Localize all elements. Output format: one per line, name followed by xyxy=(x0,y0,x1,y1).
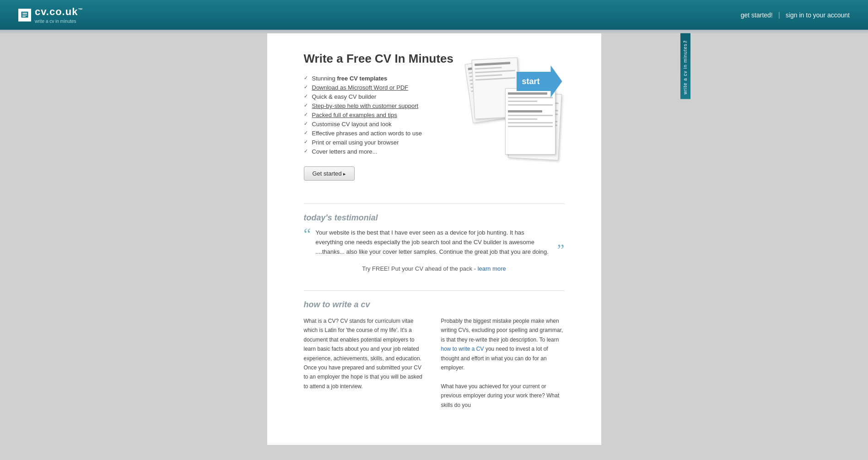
feature-underline: Packed full of examples and tips xyxy=(312,112,397,118)
hero-right: start xyxy=(464,52,565,181)
how-to-write-cv-link[interactable]: how to write a CV xyxy=(441,346,484,352)
svg-rect-3 xyxy=(22,16,26,17)
testimonial-section: today's testimonial “ Your website is th… xyxy=(304,203,565,272)
cv-page xyxy=(505,88,555,155)
features-list: Stunning free CV templates Download as M… xyxy=(304,75,455,155)
nav-area: get started! | sign in to your account xyxy=(741,11,850,19)
how-to-col-2: Probably the biggest mistake people make… xyxy=(441,316,565,410)
start-arrow-shape: start xyxy=(517,65,562,97)
testimonial-body: “ Your website is the best that I have e… xyxy=(304,228,565,258)
how-to-section: how to write a cv What is a CV? CV stand… xyxy=(304,290,565,410)
quote-mark-right: ” xyxy=(557,242,565,258)
list-item: Print or email using your browser xyxy=(304,139,455,146)
hero-left: Write a Free CV In Minutes Stunning free… xyxy=(304,52,455,181)
logo-text-group[interactable]: cv.co.uk™ write a cv in minutes xyxy=(35,6,83,24)
testimonial-text: Your website is the best that I have eve… xyxy=(315,228,552,257)
feature-underline: Download as Microsoft Word or PDF xyxy=(312,84,409,91)
feature-bold: free CV templates xyxy=(337,75,387,82)
svg-rect-2 xyxy=(22,15,27,16)
content-wrapper: write a cv in minutes™ Write a Free CV I… xyxy=(0,33,868,445)
svg-rect-1 xyxy=(22,13,27,14)
logo-area: cv.co.uk™ write a cv in minutes xyxy=(18,6,83,24)
list-item: Packed full of examples and tips xyxy=(304,112,455,118)
side-tab[interactable]: write a cv in minutes™ xyxy=(680,33,690,99)
how-to-columns: What is a CV? CV stands for curriculum v… xyxy=(304,316,565,410)
logo-icon xyxy=(18,9,31,21)
sign-in-link[interactable]: sign in to your account xyxy=(786,11,850,19)
how-to-col-1: What is a CV? CV stands for curriculum v… xyxy=(304,316,427,410)
list-item: Customise CV layout and look xyxy=(304,121,455,128)
main-panel: Write a Free CV In Minutes Stunning free… xyxy=(267,33,601,445)
logo-brand: cv.co.uk™ xyxy=(35,6,83,17)
list-item: Cover letters and more... xyxy=(304,148,455,155)
how-to-col1-text: What is a CV? CV stands for curriculum v… xyxy=(304,316,427,391)
try-free-line: Try FREE! Put your CV ahead of the pack … xyxy=(304,265,565,272)
hero-title: Write a Free CV In Minutes xyxy=(304,52,455,66)
header-get-started-link[interactable]: get started! xyxy=(741,11,773,19)
list-item: Quick & easy CV builder xyxy=(304,93,455,100)
nav-divider: | xyxy=(778,11,780,19)
cv-stack: start xyxy=(464,52,565,161)
logo-tagline: write a cv in minutes xyxy=(35,19,83,24)
how-to-col2-text: Probably the biggest mistake people make… xyxy=(441,316,565,372)
get-started-button[interactable]: Get started xyxy=(304,166,355,181)
start-button[interactable]: start xyxy=(517,65,562,97)
list-item: Step-by-step help with customer support xyxy=(304,102,455,109)
list-item: Download as Microsoft Word or PDF xyxy=(304,84,455,91)
testimonial-title: today's testimonial xyxy=(304,213,565,223)
list-item: Effective phrases and action words to us… xyxy=(304,130,455,137)
site-header: cv.co.uk™ write a cv in minutes get star… xyxy=(0,0,868,30)
col2-text-before: Probably the biggest mistake people make… xyxy=(441,318,563,343)
learn-more-link[interactable]: learn more xyxy=(478,265,506,272)
hero-section: Write a Free CV In Minutes Stunning free… xyxy=(304,52,565,181)
col2-para2: What have you achieved for your current … xyxy=(441,382,565,410)
quote-mark-left: “ xyxy=(304,226,311,242)
try-free-text: Try FREE! Put your CV ahead of the pack … xyxy=(362,265,477,272)
list-item: Stunning free CV templates xyxy=(304,75,455,82)
header-separator xyxy=(0,30,868,33)
feature-underline: Step-by-step help with customer support xyxy=(312,102,419,109)
how-to-title: how to write a cv xyxy=(304,300,565,310)
start-text: start xyxy=(522,77,540,86)
